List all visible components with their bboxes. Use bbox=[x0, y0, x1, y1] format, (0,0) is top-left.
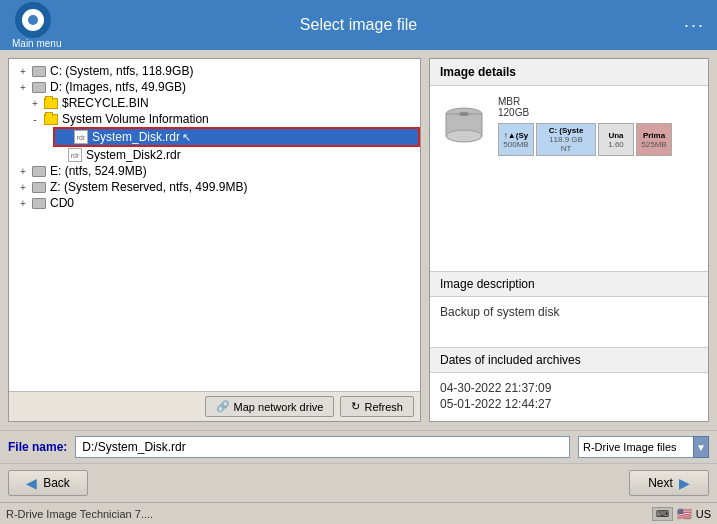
filename-input[interactable] bbox=[75, 436, 570, 458]
app-name-status: R-Drive Image Technician 7.... bbox=[6, 508, 153, 520]
tree-item-e-drive[interactable]: + E: (ntfs, 524.9MB) bbox=[9, 163, 420, 179]
flag-icon: 🇺🇸 bbox=[677, 507, 692, 521]
main-menu-button[interactable]: Main menu bbox=[12, 2, 61, 49]
tree-item-recycle[interactable]: + $RECYCLE.BIN bbox=[9, 95, 420, 111]
rdr-file-icon: rdr bbox=[67, 148, 83, 162]
tree-label: C: (System, ntfs, 118.9GB) bbox=[50, 64, 193, 78]
tree-item-z-drive[interactable]: + Z: (System Reserved, ntfs, 499.9MB) bbox=[9, 179, 420, 195]
svg-point-3 bbox=[459, 112, 469, 116]
tree-label: Z: (System Reserved, ntfs, 499.9MB) bbox=[50, 180, 247, 194]
main-menu-label: Main menu bbox=[12, 38, 61, 49]
bottom-nav: ◀ Back Next ▶ bbox=[0, 463, 717, 502]
dates-header: Dates of included archives bbox=[430, 348, 708, 373]
tree-item-d-drive[interactable]: + D: (Images, ntfs, 49.9GB) bbox=[9, 79, 420, 95]
status-right: ⌨ 🇺🇸 US bbox=[652, 507, 711, 521]
refresh-icon: ↻ bbox=[351, 400, 360, 413]
filename-bar: File name: R-Drive Image files ▼ bbox=[0, 430, 717, 463]
next-button[interactable]: Next ▶ bbox=[629, 470, 709, 496]
drive-icon bbox=[31, 64, 47, 78]
disk-info: MBR 120GB ↑▲(Sy 500MB C: (Syste 118.9 GB… bbox=[498, 96, 672, 156]
tree-item-system-disk-rdr-wrapper: rdr System_Disk.rdr ↖ bbox=[9, 127, 420, 147]
drive-icon bbox=[31, 80, 47, 94]
dates-body: 04-30-2022 21:37:09 05-01-2022 12:44:27 bbox=[430, 373, 708, 421]
tree-item-c-drive[interactable]: + C: (System, ntfs, 118.9GB) bbox=[9, 63, 420, 79]
partition-prima: Prima 525MB bbox=[636, 123, 672, 156]
drive-icon bbox=[31, 164, 47, 178]
expand-icon bbox=[53, 149, 65, 161]
drive-icon bbox=[31, 196, 47, 210]
expand-icon[interactable]: + bbox=[17, 65, 29, 77]
map-network-drive-button[interactable]: 🔗 Map network drive bbox=[205, 396, 335, 417]
page-title: Select image file bbox=[300, 16, 417, 34]
spacer bbox=[430, 166, 708, 271]
tree-label: System_Disk2.rdr bbox=[86, 148, 181, 162]
date-2: 05-01-2022 12:44:27 bbox=[440, 397, 698, 411]
status-bar: R-Drive Image Technician 7.... ⌨ 🇺🇸 US bbox=[0, 502, 717, 524]
refresh-button[interactable]: ↻ Refresh bbox=[340, 396, 414, 417]
expand-icon[interactable]: + bbox=[17, 165, 29, 177]
partition-c-drive: C: (Syste 118.9 GB NT bbox=[536, 123, 596, 156]
cursor-indicator: ↖ bbox=[182, 131, 191, 144]
tree-actions: 🔗 Map network drive ↻ Refresh bbox=[9, 391, 420, 421]
header: Main menu Select image file ··· bbox=[0, 0, 717, 50]
tree-item-sysvolinfo[interactable]: - System Volume Information bbox=[9, 111, 420, 127]
disk-type-size: MBR 120GB bbox=[498, 96, 672, 118]
filetype-select[interactable]: R-Drive Image files bbox=[578, 436, 694, 458]
tree-item-system-disk2-rdr[interactable]: rdr System_Disk2.rdr bbox=[9, 147, 420, 163]
drive-icon bbox=[31, 180, 47, 194]
partition-unalloc: Una 1.60 bbox=[598, 123, 634, 156]
partitions-row: ↑▲(Sy 500MB C: (Syste 118.9 GB NT Una 1.… bbox=[498, 123, 672, 156]
image-details-header: Image details bbox=[430, 59, 708, 86]
expand-icon[interactable]: - bbox=[29, 113, 41, 125]
back-arrow-icon: ◀ bbox=[26, 475, 37, 491]
tree-label: $RECYCLE.BIN bbox=[62, 96, 149, 110]
tree-label: System Volume Information bbox=[62, 112, 209, 126]
filename-label: File name: bbox=[8, 440, 67, 454]
tree-label: System_Disk.rdr bbox=[92, 130, 180, 144]
file-tree: + C: (System, ntfs, 118.9GB) + D: (Image… bbox=[9, 59, 420, 391]
lang-label: US bbox=[696, 508, 711, 520]
back-button[interactable]: ◀ Back bbox=[8, 470, 88, 496]
app-logo bbox=[15, 2, 51, 38]
expand-icon[interactable]: + bbox=[17, 181, 29, 193]
expand-icon[interactable]: + bbox=[29, 97, 41, 109]
image-details-panel: Image details MBR 120GB bbox=[429, 58, 709, 422]
tree-label: D: (Images, ntfs, 49.9GB) bbox=[50, 80, 186, 94]
map-network-icon: 🔗 bbox=[216, 400, 230, 413]
tree-label: E: (ntfs, 524.9MB) bbox=[50, 164, 147, 178]
filetype-dropdown-arrow[interactable]: ▼ bbox=[693, 436, 709, 458]
disk-visual: MBR 120GB ↑▲(Sy 500MB C: (Syste 118.9 GB… bbox=[430, 86, 708, 166]
filetype-select-wrapper: R-Drive Image files ▼ bbox=[578, 436, 709, 458]
image-description-body: Backup of system disk bbox=[430, 297, 708, 347]
next-arrow-icon: ▶ bbox=[679, 475, 690, 491]
folder-icon bbox=[43, 112, 59, 126]
expand-icon[interactable]: + bbox=[17, 197, 29, 209]
image-description-header: Image description bbox=[430, 272, 708, 297]
partition-sys-reserved: ↑▲(Sy 500MB bbox=[498, 123, 534, 156]
disk-icon bbox=[440, 102, 488, 150]
image-description-section: Image description Backup of system disk bbox=[430, 271, 708, 347]
date-1: 04-30-2022 21:37:09 bbox=[440, 381, 698, 395]
svg-point-2 bbox=[446, 130, 482, 142]
folder-icon bbox=[43, 96, 59, 110]
main-content: + C: (System, ntfs, 118.9GB) + D: (Image… bbox=[0, 50, 717, 430]
more-options-button[interactable]: ··· bbox=[684, 15, 705, 36]
dates-section: Dates of included archives 04-30-2022 21… bbox=[430, 347, 708, 421]
tree-item-system-disk-rdr[interactable]: rdr System_Disk.rdr ↖ bbox=[53, 127, 420, 147]
keyboard-icon: ⌨ bbox=[652, 507, 673, 521]
expand-icon bbox=[59, 131, 71, 143]
file-tree-panel: + C: (System, ntfs, 118.9GB) + D: (Image… bbox=[8, 58, 421, 422]
expand-icon[interactable]: + bbox=[17, 81, 29, 93]
tree-label: CD0 bbox=[50, 196, 74, 210]
tree-item-cd0[interactable]: + CD0 bbox=[9, 195, 420, 211]
rdr-file-icon: rdr bbox=[73, 130, 89, 144]
